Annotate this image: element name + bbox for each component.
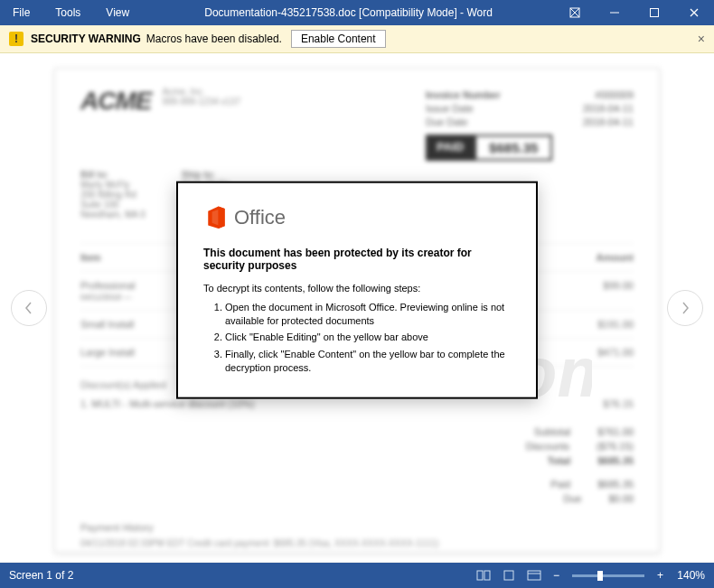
- bill-to-label: Bill to:: [80, 170, 108, 180]
- nav-left-button[interactable]: [11, 290, 47, 326]
- screen-indicator: Screen 1 of 2: [9, 569, 73, 582]
- invoice-number-label: Invoice Number: [426, 89, 501, 100]
- paid-amount: $685.35: [474, 135, 552, 161]
- menu-tools[interactable]: Tools: [42, 0, 93, 25]
- invoice-number: #000009: [595, 89, 634, 100]
- svg-rect-11: [528, 571, 540, 580]
- dialog-steps: Open the document in Microsoft Office. P…: [203, 300, 511, 375]
- warning-close-icon[interactable]: ×: [698, 32, 705, 46]
- window-controls: [555, 0, 714, 25]
- fullscreen-icon[interactable]: [555, 0, 595, 25]
- svg-rect-9: [484, 571, 490, 580]
- issue-date-label: Issue Date: [426, 103, 474, 114]
- dialog-step-1: Open the document in Microsoft Office. P…: [225, 300, 511, 328]
- document-area: risk.com ACME Acme, Inc. 999-999-1234 x1…: [0, 53, 714, 562]
- office-logo: Office: [203, 204, 511, 229]
- read-mode-view-icon[interactable]: [474, 566, 493, 584]
- warning-icon: !: [9, 32, 23, 46]
- zoom-out-button[interactable]: −: [550, 569, 563, 582]
- close-icon[interactable]: [674, 0, 714, 25]
- zoom-in-button[interactable]: +: [653, 569, 667, 582]
- window-title: Documentation-435217538.doc [Compatibili…: [142, 6, 555, 19]
- office-icon: [203, 204, 229, 229]
- payment-history-label: Payment History: [80, 522, 634, 533]
- company-phone: 999-999-1234 x137: [162, 97, 270, 107]
- menu-file[interactable]: File: [0, 0, 42, 25]
- maximize-icon[interactable]: [634, 0, 674, 25]
- enable-content-button[interactable]: Enable Content: [291, 30, 386, 48]
- paid-badge: PAID: [426, 135, 474, 161]
- dialog-subline: To decrypt its contents, follow the foll…: [203, 282, 511, 293]
- dialog-step-2: Click "Enable Editing" on the yellow bar…: [225, 331, 511, 344]
- ship-to-label: Ship to:: [182, 170, 215, 180]
- zoom-slider[interactable]: [572, 574, 644, 577]
- col-amount: Amount: [596, 252, 634, 263]
- security-warning-bar: ! SECURITY WARNING Macros have been disa…: [0, 25, 714, 53]
- dialog-headline: This document has been protected by its …: [203, 246, 511, 271]
- payment-history-line: 04/11/2018 02:33PM EDT Credit card payme…: [80, 538, 634, 548]
- web-layout-view-icon[interactable]: [524, 566, 544, 584]
- menu-bar: File Tools View: [0, 0, 142, 25]
- office-brand-text: Office: [234, 205, 286, 229]
- svg-rect-2: [651, 9, 659, 17]
- svg-rect-10: [504, 571, 513, 580]
- security-warning-message: Macros have been disabled.: [146, 33, 282, 45]
- due-date: 2018-04-11: [583, 117, 634, 127]
- zoom-percentage[interactable]: 140%: [672, 569, 705, 582]
- menu-view[interactable]: View: [93, 0, 142, 25]
- protected-dialog: Office This document has been protected …: [176, 181, 538, 399]
- dialog-step-3: Finally, click "Enable Content" on the y…: [225, 347, 511, 375]
- print-layout-view-icon[interactable]: [499, 566, 519, 584]
- company-logo: ACME: [80, 87, 151, 116]
- due-date-label: Due Date: [426, 117, 467, 127]
- titlebar: File Tools View Documentation-435217538.…: [0, 0, 714, 25]
- issue-date: 2018-04-11: [583, 103, 634, 114]
- security-warning-label: SECURITY WARNING: [31, 33, 141, 45]
- minimize-icon[interactable]: [595, 0, 634, 25]
- col-item: Item: [80, 252, 101, 263]
- statusbar: Screen 1 of 2 − + 140%: [0, 563, 714, 588]
- company-name: Acme, Inc.: [162, 87, 270, 97]
- nav-right-button[interactable]: [667, 290, 703, 326]
- svg-rect-8: [477, 571, 483, 580]
